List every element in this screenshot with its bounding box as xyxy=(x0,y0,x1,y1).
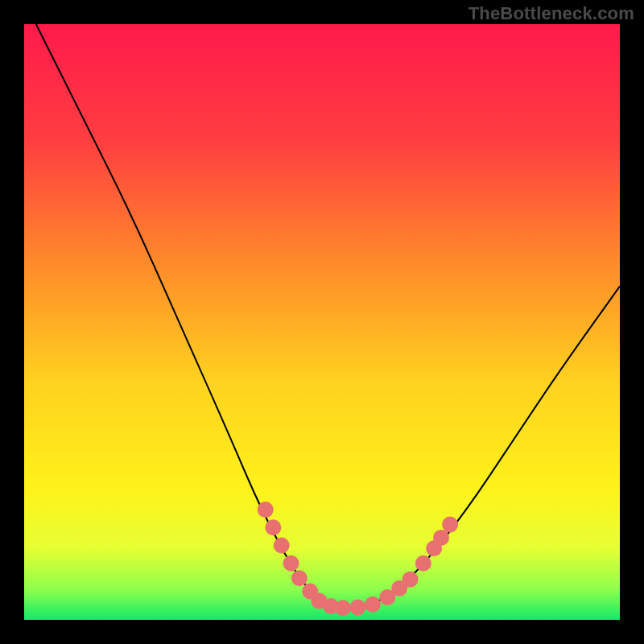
chart-outer: TheBottleneck.com xyxy=(0,0,644,644)
highlight-dot xyxy=(335,600,351,616)
chart-svg xyxy=(24,24,620,620)
watermark-text: TheBottleneck.com xyxy=(469,3,634,24)
highlight-dot xyxy=(402,572,419,588)
highlight-dot xyxy=(265,519,281,535)
highlight-dot xyxy=(442,517,458,533)
highlight-dot xyxy=(258,502,274,518)
highlight-dot xyxy=(415,555,431,572)
highlight-dot xyxy=(283,555,299,572)
highlight-dot xyxy=(274,538,290,554)
highlight-dot xyxy=(365,597,381,613)
chart-background xyxy=(24,24,620,620)
highlight-dot xyxy=(349,599,365,615)
chart-frame xyxy=(24,24,620,620)
highlight-dot xyxy=(291,570,308,586)
highlight-dot xyxy=(433,530,449,546)
